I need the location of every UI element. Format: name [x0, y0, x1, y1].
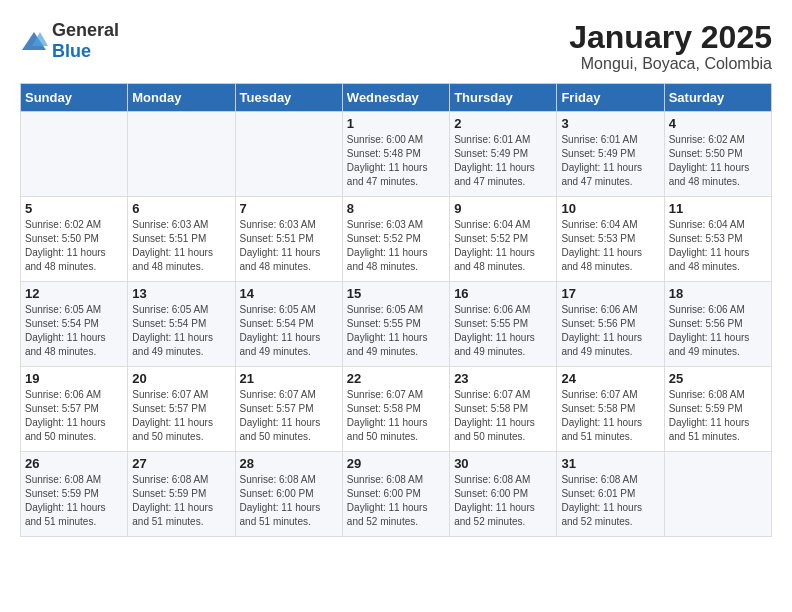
day-number: 2 [454, 116, 552, 131]
day-info: Sunrise: 6:03 AM Sunset: 5:51 PM Dayligh… [240, 218, 338, 274]
day-info: Sunrise: 6:08 AM Sunset: 5:59 PM Dayligh… [669, 388, 767, 444]
calendar-day-3: 3Sunrise: 6:01 AM Sunset: 5:49 PM Daylig… [557, 112, 664, 197]
day-number: 7 [240, 201, 338, 216]
calendar-day-17: 17Sunrise: 6:06 AM Sunset: 5:56 PM Dayli… [557, 282, 664, 367]
calendar-week-row: 5Sunrise: 6:02 AM Sunset: 5:50 PM Daylig… [21, 197, 772, 282]
calendar-day-13: 13Sunrise: 6:05 AM Sunset: 5:54 PM Dayli… [128, 282, 235, 367]
calendar-day-29: 29Sunrise: 6:08 AM Sunset: 6:00 PM Dayli… [342, 452, 449, 537]
day-info: Sunrise: 6:08 AM Sunset: 6:00 PM Dayligh… [454, 473, 552, 529]
day-number: 22 [347, 371, 445, 386]
day-number: 30 [454, 456, 552, 471]
logo-text: General Blue [52, 20, 119, 62]
calendar-day-15: 15Sunrise: 6:05 AM Sunset: 5:55 PM Dayli… [342, 282, 449, 367]
day-number: 18 [669, 286, 767, 301]
calendar-day-28: 28Sunrise: 6:08 AM Sunset: 6:00 PM Dayli… [235, 452, 342, 537]
day-number: 14 [240, 286, 338, 301]
day-info: Sunrise: 6:04 AM Sunset: 5:53 PM Dayligh… [561, 218, 659, 274]
calendar-day-23: 23Sunrise: 6:07 AM Sunset: 5:58 PM Dayli… [450, 367, 557, 452]
calendar-empty-cell [21, 112, 128, 197]
day-info: Sunrise: 6:07 AM Sunset: 5:57 PM Dayligh… [132, 388, 230, 444]
day-number: 8 [347, 201, 445, 216]
day-info: Sunrise: 6:01 AM Sunset: 5:49 PM Dayligh… [561, 133, 659, 189]
calendar-day-10: 10Sunrise: 6:04 AM Sunset: 5:53 PM Dayli… [557, 197, 664, 282]
day-number: 21 [240, 371, 338, 386]
calendar-day-12: 12Sunrise: 6:05 AM Sunset: 5:54 PM Dayli… [21, 282, 128, 367]
calendar-day-16: 16Sunrise: 6:06 AM Sunset: 5:55 PM Dayli… [450, 282, 557, 367]
day-number: 10 [561, 201, 659, 216]
day-number: 25 [669, 371, 767, 386]
day-number: 17 [561, 286, 659, 301]
calendar-day-25: 25Sunrise: 6:08 AM Sunset: 5:59 PM Dayli… [664, 367, 771, 452]
day-number: 29 [347, 456, 445, 471]
calendar-empty-cell [235, 112, 342, 197]
day-number: 1 [347, 116, 445, 131]
page-header: General Blue January 2025 Mongui, Boyaca… [20, 20, 772, 73]
day-info: Sunrise: 6:05 AM Sunset: 5:54 PM Dayligh… [240, 303, 338, 359]
calendar-day-1: 1Sunrise: 6:00 AM Sunset: 5:48 PM Daylig… [342, 112, 449, 197]
day-number: 27 [132, 456, 230, 471]
header-thursday: Thursday [450, 84, 557, 112]
header-friday: Friday [557, 84, 664, 112]
day-info: Sunrise: 6:06 AM Sunset: 5:57 PM Dayligh… [25, 388, 123, 444]
day-number: 24 [561, 371, 659, 386]
calendar-day-2: 2Sunrise: 6:01 AM Sunset: 5:49 PM Daylig… [450, 112, 557, 197]
day-number: 4 [669, 116, 767, 131]
calendar-week-row: 12Sunrise: 6:05 AM Sunset: 5:54 PM Dayli… [21, 282, 772, 367]
day-info: Sunrise: 6:00 AM Sunset: 5:48 PM Dayligh… [347, 133, 445, 189]
day-number: 13 [132, 286, 230, 301]
calendar-table: SundayMondayTuesdayWednesdayThursdayFrid… [20, 83, 772, 537]
day-number: 9 [454, 201, 552, 216]
day-info: Sunrise: 6:08 AM Sunset: 6:00 PM Dayligh… [240, 473, 338, 529]
logo-blue: Blue [52, 41, 91, 61]
day-number: 3 [561, 116, 659, 131]
calendar-day-24: 24Sunrise: 6:07 AM Sunset: 5:58 PM Dayli… [557, 367, 664, 452]
header-wednesday: Wednesday [342, 84, 449, 112]
calendar-day-30: 30Sunrise: 6:08 AM Sunset: 6:00 PM Dayli… [450, 452, 557, 537]
day-info: Sunrise: 6:02 AM Sunset: 5:50 PM Dayligh… [669, 133, 767, 189]
day-info: Sunrise: 6:08 AM Sunset: 6:00 PM Dayligh… [347, 473, 445, 529]
day-info: Sunrise: 6:07 AM Sunset: 5:58 PM Dayligh… [454, 388, 552, 444]
day-info: Sunrise: 6:06 AM Sunset: 5:55 PM Dayligh… [454, 303, 552, 359]
calendar-empty-cell [128, 112, 235, 197]
header-saturday: Saturday [664, 84, 771, 112]
calendar-week-row: 26Sunrise: 6:08 AM Sunset: 5:59 PM Dayli… [21, 452, 772, 537]
day-info: Sunrise: 6:08 AM Sunset: 5:59 PM Dayligh… [132, 473, 230, 529]
day-number: 11 [669, 201, 767, 216]
day-info: Sunrise: 6:07 AM Sunset: 5:58 PM Dayligh… [561, 388, 659, 444]
day-info: Sunrise: 6:04 AM Sunset: 5:53 PM Dayligh… [669, 218, 767, 274]
calendar-day-26: 26Sunrise: 6:08 AM Sunset: 5:59 PM Dayli… [21, 452, 128, 537]
day-info: Sunrise: 6:05 AM Sunset: 5:55 PM Dayligh… [347, 303, 445, 359]
calendar-week-row: 1Sunrise: 6:00 AM Sunset: 5:48 PM Daylig… [21, 112, 772, 197]
calendar-day-9: 9Sunrise: 6:04 AM Sunset: 5:52 PM Daylig… [450, 197, 557, 282]
calendar-day-5: 5Sunrise: 6:02 AM Sunset: 5:50 PM Daylig… [21, 197, 128, 282]
calendar-day-20: 20Sunrise: 6:07 AM Sunset: 5:57 PM Dayli… [128, 367, 235, 452]
day-number: 26 [25, 456, 123, 471]
day-info: Sunrise: 6:05 AM Sunset: 5:54 PM Dayligh… [132, 303, 230, 359]
day-number: 6 [132, 201, 230, 216]
day-info: Sunrise: 6:08 AM Sunset: 6:01 PM Dayligh… [561, 473, 659, 529]
day-number: 31 [561, 456, 659, 471]
day-info: Sunrise: 6:02 AM Sunset: 5:50 PM Dayligh… [25, 218, 123, 274]
header-sunday: Sunday [21, 84, 128, 112]
calendar-empty-cell [664, 452, 771, 537]
day-info: Sunrise: 6:04 AM Sunset: 5:52 PM Dayligh… [454, 218, 552, 274]
calendar-day-31: 31Sunrise: 6:08 AM Sunset: 6:01 PM Dayli… [557, 452, 664, 537]
day-number: 16 [454, 286, 552, 301]
logo: General Blue [20, 20, 119, 62]
calendar-day-14: 14Sunrise: 6:05 AM Sunset: 5:54 PM Dayli… [235, 282, 342, 367]
calendar-day-8: 8Sunrise: 6:03 AM Sunset: 5:52 PM Daylig… [342, 197, 449, 282]
calendar-day-18: 18Sunrise: 6:06 AM Sunset: 5:56 PM Dayli… [664, 282, 771, 367]
day-info: Sunrise: 6:03 AM Sunset: 5:51 PM Dayligh… [132, 218, 230, 274]
day-number: 15 [347, 286, 445, 301]
header-tuesday: Tuesday [235, 84, 342, 112]
calendar-day-7: 7Sunrise: 6:03 AM Sunset: 5:51 PM Daylig… [235, 197, 342, 282]
header-monday: Monday [128, 84, 235, 112]
day-info: Sunrise: 6:05 AM Sunset: 5:54 PM Dayligh… [25, 303, 123, 359]
calendar-header-row: SundayMondayTuesdayWednesdayThursdayFrid… [21, 84, 772, 112]
calendar-week-row: 19Sunrise: 6:06 AM Sunset: 5:57 PM Dayli… [21, 367, 772, 452]
day-info: Sunrise: 6:06 AM Sunset: 5:56 PM Dayligh… [561, 303, 659, 359]
day-info: Sunrise: 6:07 AM Sunset: 5:57 PM Dayligh… [240, 388, 338, 444]
day-info: Sunrise: 6:03 AM Sunset: 5:52 PM Dayligh… [347, 218, 445, 274]
calendar-day-19: 19Sunrise: 6:06 AM Sunset: 5:57 PM Dayli… [21, 367, 128, 452]
day-number: 20 [132, 371, 230, 386]
